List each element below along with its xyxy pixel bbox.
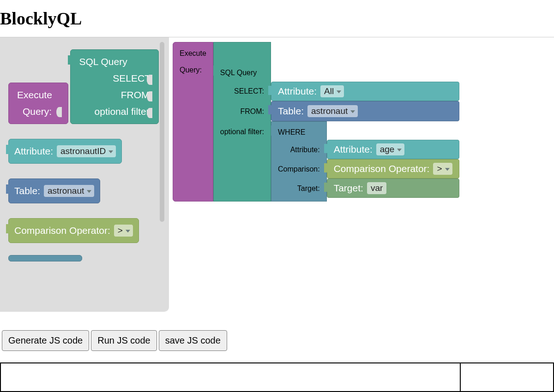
canvas-sqlquery-block[interactable]: SQL Query SELECT: FROM: optional filter:	[213, 42, 271, 202]
connector-notch	[147, 108, 152, 118]
where-comp-label: Comparison:	[278, 165, 320, 173]
comparison-label: Comparison Operator:	[14, 225, 110, 236]
attribute-label: Attribute:	[334, 144, 373, 155]
sqlquery-from-label: FROM:	[240, 107, 264, 116]
canvas-from-table-block[interactable]: Table: astronaut	[271, 101, 459, 121]
attribute-label: Attribute:	[14, 146, 53, 157]
output-row	[0, 362, 554, 392]
palette-table-block[interactable]: Table: astronaut	[8, 178, 100, 203]
canvas-where-comparison-block[interactable]: Comparison Operator: >	[327, 159, 459, 178]
table-label: Table:	[278, 106, 304, 117]
where-title: WHERE	[278, 128, 306, 137]
generate-js-button[interactable]: Generate JS code	[2, 330, 89, 351]
target-input[interactable]: var	[367, 182, 386, 194]
table-label: Table:	[14, 185, 40, 196]
save-js-button[interactable]: save JS code	[159, 330, 227, 351]
comparison-dropdown[interactable]: >	[114, 225, 133, 237]
sqlquery-title: SQL Query	[79, 56, 127, 67]
attribute-label: Attribute:	[278, 86, 317, 97]
where-attr-label: Attribute:	[290, 146, 320, 154]
canvas-select-attribute-block[interactable]: Attribute: All	[271, 82, 459, 101]
execute-query-label: Query:	[180, 66, 202, 74]
attribute-dropdown[interactable]: age	[376, 143, 405, 155]
execute-query-label: Query:	[23, 106, 52, 117]
page-title: BlocklyQL	[0, 0, 554, 37]
comparison-dropdown[interactable]: >	[433, 163, 452, 175]
action-button-row: Generate JS code Run JS code save JS cod…	[0, 330, 227, 351]
toolbox-scrollbar[interactable]	[160, 42, 164, 222]
palette-execute-block[interactable]: Execute Query:	[8, 83, 68, 124]
workspace-canvas[interactable]: Execute Query: SQL Query SELECT: FROM: o…	[171, 40, 549, 312]
connector-notch	[147, 75, 152, 85]
connector-notch	[213, 65, 219, 76]
sqlquery-title: SQL Query	[220, 69, 257, 77]
sqlquery-select-label: SELECT:	[234, 87, 264, 95]
sqlquery-select-label: SELECT:	[113, 73, 152, 84]
execute-title: Execute	[180, 49, 206, 58]
attribute-dropdown[interactable]: All	[320, 85, 344, 97]
output-pane-left	[0, 362, 461, 392]
canvas-where-block[interactable]: WHERE Attribute: Comparison: Target:	[271, 121, 327, 202]
attribute-dropdown[interactable]: astronautID	[57, 145, 116, 157]
sqlquery-filter-label: optional filter:	[220, 128, 264, 136]
palette-cutoff-block[interactable]	[8, 255, 82, 261]
palette-attribute-block[interactable]: Attribute: astronautID	[8, 139, 122, 164]
palette-sqlquery-block[interactable]: SQL Query SELECT: FROM: optional filter:	[70, 49, 159, 124]
canvas-where-attribute-block[interactable]: Attribute: age	[327, 140, 459, 159]
run-js-button[interactable]: Run JS code	[91, 330, 157, 351]
connector-notch	[271, 125, 277, 136]
connector-notch	[147, 91, 152, 101]
table-dropdown[interactable]: astronaut	[307, 105, 358, 117]
canvas-execute-block[interactable]: Execute Query:	[173, 42, 213, 202]
canvas-program-stack[interactable]: Execute Query: SQL Query SELECT: FROM: o…	[173, 42, 459, 202]
table-dropdown[interactable]: astronaut	[44, 185, 94, 197]
sqlquery-filter-label: optional filter:	[95, 106, 152, 117]
palette-comparison-block[interactable]: Comparison Operator: >	[8, 218, 139, 243]
output-pane-right	[461, 362, 554, 392]
toolbox-panel: Execute Query: SQL Query SELECT: FROM: o…	[0, 37, 169, 312]
connector-notch	[56, 107, 62, 117]
editor-area: Execute Query: SQL Query SELECT: FROM: o…	[0, 37, 554, 319]
target-label: Target:	[334, 183, 363, 194]
comparison-label: Comparison Operator:	[334, 163, 430, 174]
canvas-where-target-block[interactable]: Target: var	[327, 178, 459, 198]
where-target-label: Target:	[297, 184, 320, 193]
execute-title: Execute	[17, 89, 52, 101]
